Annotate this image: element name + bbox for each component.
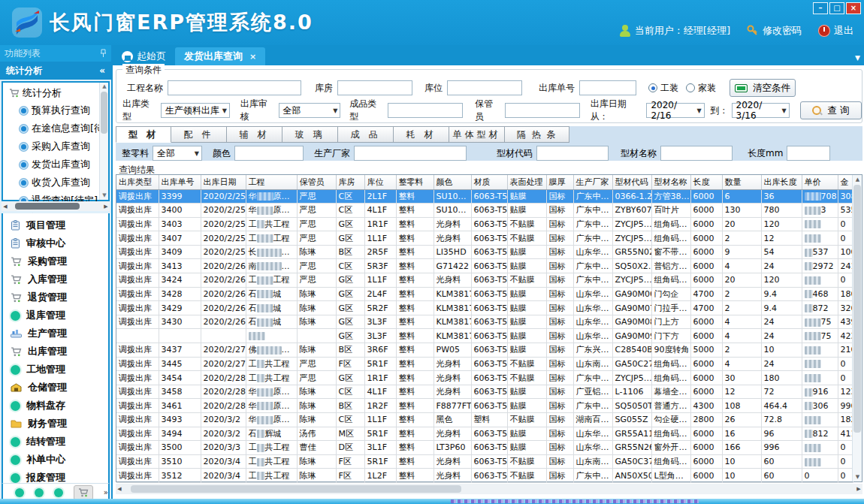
sidebar-section-header[interactable]: 统计分析 « [0, 62, 111, 80]
circle-icon[interactable] [15, 488, 24, 497]
table-row[interactable]: 调拨出库33992020/2/25华原…严思C区2L1F整料SU10…6063-… [116, 189, 853, 204]
sidebar-group-审核中心[interactable]: 审核中心 [3, 234, 108, 252]
table-row[interactable]: 调拨出库34072020/2/25工工程严思G区1L1F整料光身料6063-T5… [116, 231, 853, 246]
table-row[interactable]: 调拨出库34582020/2/28华原…陈琳C区4L1F整料光身料6063-T5… [116, 385, 853, 399]
sidebar-group-补单中心[interactable]: 补单中心 [3, 451, 108, 469]
length-input[interactable] [787, 146, 830, 161]
tree-item-预算执行查询[interactable]: 预算执行查询 [3, 101, 108, 119]
more-chevron[interactable]: » [104, 488, 108, 496]
radio-gongzhuang[interactable]: 工装 [648, 82, 678, 95]
column-header-保管员[interactable]: 保管员 [297, 175, 336, 189]
circle-icon[interactable] [35, 488, 44, 497]
sidebar-group-出库管理[interactable]: 出库管理 [3, 343, 108, 361]
table-row[interactable]: 调拨出库34132020/2/26南…严思C区5R3F整料G714226063-… [116, 259, 853, 273]
product-type-input[interactable] [388, 103, 463, 118]
sidebar-group-生产管理[interactable]: 生产管理 [3, 324, 108, 343]
table-row[interactable]: 调拨出库34372020/2/27佛…陈琳B区3R6F整料PW056063-T5… [116, 343, 853, 358]
tab-close-icon[interactable]: × [249, 52, 256, 62]
table-row[interactable]: 调拨出库34242020/2/26工工程严思G区1L1F整料光身料6063-T5… [116, 273, 853, 288]
cart-button[interactable] [74, 485, 93, 500]
profile-code-input[interactable] [536, 146, 609, 161]
column-header-出库日期[interactable]: 出库日期 [201, 175, 246, 189]
material-tab-单体型材[interactable]: 单体型材 [449, 126, 505, 143]
column-header-生产厂家[interactable]: 生产厂家 [573, 175, 612, 189]
clear-conditions-button[interactable]: 清空条件 [730, 79, 796, 97]
minimize-button[interactable]: – [813, 2, 828, 14]
column-header-库位[interactable]: 库位 [364, 175, 396, 189]
table-row[interactable]: 调拨出库34542020/2/28工共工程严思G区1R1F整料光身料6063-T… [116, 371, 853, 385]
sidebar-group-入库管理[interactable]: 入库管理 [3, 270, 108, 288]
date-from-picker[interactable]: 2020/ 2/16▼ [646, 103, 704, 118]
column-header-单价[interactable]: 单价 [802, 175, 838, 189]
column-header-颜色[interactable]: 颜色 [434, 175, 471, 189]
material-tab-耗材[interactable]: 耗 材 [394, 126, 449, 143]
tree-horizontal-scrollbar[interactable]: ◀▶ [2, 201, 110, 211]
tab-overflow-icon[interactable]: ▼ [855, 54, 860, 62]
keeper-input[interactable] [505, 103, 580, 118]
material-tab-辅材[interactable]: 辅 材 [227, 126, 282, 143]
profile-name-input[interactable] [660, 146, 733, 161]
project-name-input[interactable] [168, 80, 301, 95]
column-header-库房[interactable]: 库房 [336, 175, 364, 189]
circle-icon[interactable] [54, 488, 63, 497]
material-tab-隔热条[interactable]: 隔 热 条 [505, 126, 569, 143]
table-row[interactable]: 调拨出库34032020/2/25工共工程严思G区1R1F整料光身料6063-T… [116, 217, 853, 231]
sidebar-group-仓储管理[interactable]: 仓储管理 [3, 379, 108, 397]
sidebar-group-工地管理[interactable]: 工地管理 [3, 361, 108, 379]
color-input[interactable] [234, 146, 304, 161]
column-header-表面处理[interactable]: 表面处理 [507, 175, 546, 189]
material-tab-配件[interactable]: 配 件 [171, 126, 227, 143]
out-type-select[interactable]: 生产领料出库▼ [161, 103, 230, 118]
location-input[interactable] [447, 80, 522, 95]
search-button[interactable]: 查 询 [800, 101, 862, 119]
table-row[interactable]: 调拨出库34292020/2/26石城陈琳G区5R2F整料KLM38176063… [116, 301, 853, 315]
tab-shipping-outbound-query[interactable]: 发货出库查询 × [175, 47, 265, 65]
audit-select[interactable]: 全部▼ [279, 103, 341, 118]
sidebar-group-项目管理[interactable]: 项目管理 [3, 216, 108, 234]
material-tab-玻璃[interactable]: 玻 璃 [282, 126, 338, 143]
column-header-数量[interactable]: 数量 [722, 175, 761, 189]
date-to-picker[interactable]: 2020/ 3/16▼ [732, 103, 790, 118]
table-row[interactable]: 调拨出库34302020/2/26石城陈琳G区3L3F整料KLM38176063… [116, 315, 853, 329]
pin-icon[interactable] [100, 49, 107, 58]
column-header-膜厚[interactable]: 膜厚 [546, 175, 573, 189]
table-row[interactable]: 调拨出库34612020/2/28华原…陈琳B区1R2F整料F8877FT606… [116, 399, 853, 413]
column-header-工程[interactable]: 工程 [246, 175, 297, 189]
sidebar-group-物料盘存[interactable]: 物料盘存 [3, 397, 108, 415]
table-row[interactable]: 调拨出库35002020/3/3工共工程曹佳D区3L1F整料LT3P606063… [116, 441, 853, 455]
table-row[interactable]: G区3L3F整料KLM38176063-T5贴膜国标山东华…GA90M09…门下… [116, 329, 853, 343]
change-password-button[interactable]: 修改密码 [747, 24, 802, 38]
tree-item-收货入库查询[interactable]: 收货入库查询 [3, 174, 108, 192]
tree-vertical-scrollbar[interactable]: ▲ ▼ [99, 83, 108, 200]
table-row[interactable]: 调拨出库35122020/3/4工共工程陈琳F区1L2F整料光身料6063-T5… [116, 469, 853, 483]
column-header-型材代码[interactable]: 型材代码 [612, 175, 651, 189]
column-header-出库类型[interactable]: 出库类型 [116, 175, 159, 189]
whole-part-select[interactable]: 全部▼ [153, 146, 202, 161]
table-row[interactable]: 调拨出库34932020/3/2华原…陈琳C区1L1F整料黑色塑料不贴膜国标湖南… [116, 413, 853, 427]
sidebar-group-财务管理[interactable]: 财务管理 [3, 415, 108, 433]
logout-button[interactable]: 退出 [818, 24, 853, 38]
column-header-出库单号[interactable]: 出库单号 [159, 175, 201, 189]
column-header-出库长度[interactable]: 出库长度 [761, 175, 802, 189]
column-header-金[interactable]: 金 [838, 175, 853, 189]
factory-input[interactable] [354, 146, 467, 161]
table-row[interactable]: 调拨出库34452020/2/27工共工程严思F区5R1F整料光身料6063-T… [116, 357, 853, 371]
table-row[interactable]: 调拨出库35102020/3/4工共工程陈琳F区5R1F整料光身料6063-T5… [116, 454, 853, 469]
sidebar-group-采购管理[interactable]: 采购管理 [3, 252, 108, 270]
material-tab-成品[interactable]: 成 品 [338, 126, 394, 143]
tree-item-发货出库查询[interactable]: 发货出库查询 [3, 155, 108, 174]
table-row[interactable]: 调拨出库34282020/2/26石城陈琳G区2L4F整料KLM38176063… [116, 287, 853, 301]
table-row[interactable]: 调拨出库34002020/2/25华原…严思C区4L1F整料SU10…6063-… [116, 204, 853, 218]
table-row[interactable]: 调拨出库34092020/2/25长…陈琳B区2R5F整料LI35HD6063-… [116, 245, 853, 259]
sidebar-group-结转管理[interactable]: 结转管理 [3, 433, 108, 451]
column-header-材质[interactable]: 材质 [471, 175, 507, 189]
tree-root[interactable]: 统计分析 [3, 83, 108, 101]
tree-item-在途信息查询待[interactable]: 在途信息查询[待 [3, 119, 108, 137]
tree-item-采购入库查询[interactable]: 采购入库查询 [3, 137, 108, 155]
sidebar-group-退库管理[interactable]: 退库管理 [3, 306, 108, 324]
column-header-型材名称[interactable]: 型材名称 [651, 175, 690, 189]
material-tab-型材[interactable]: 型 材 [116, 126, 171, 143]
table-row[interactable]: 调拨出库34942020/3/2石辉城汤伟M区5R1F整料光身料6063-T5贴… [116, 427, 853, 441]
collapse-icon[interactable]: « [99, 62, 105, 80]
maximize-button[interactable]: □ [829, 2, 844, 14]
